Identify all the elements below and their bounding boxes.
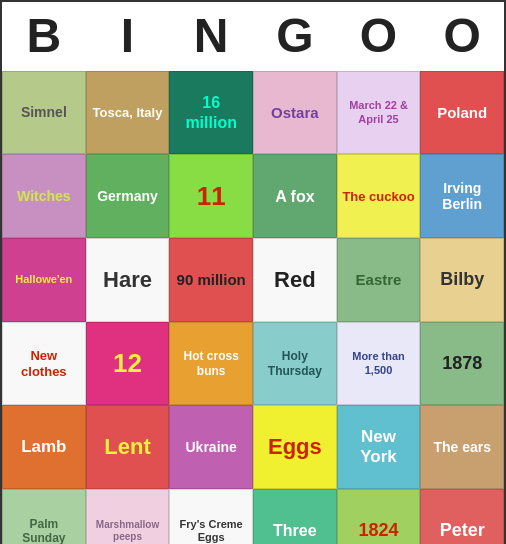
cell-13: Hare [86,238,170,322]
cell-29: The ears [420,405,504,489]
cell-7: Germany [86,154,170,238]
cell-31: Marshmallow peeps [86,489,170,544]
cell-16: Eastre [337,238,421,322]
cell-32: Fry's Creme Eggs [169,489,253,544]
cell-15: Red [253,238,337,322]
bingo-letter-i-1: I [86,2,170,71]
cell-28: New York [337,405,421,489]
bingo-letter-b-0: B [2,2,86,71]
bingo-letter-g-3: G [253,2,337,71]
cell-21: Holy Thursday [253,322,337,406]
cell-34: 1824 [337,489,421,544]
bingo-letter-o-4: O [337,2,421,71]
cell-35: Peter [420,489,504,544]
cell-0: Simnel [2,71,86,155]
bingo-header: BINGOO [2,2,504,71]
cell-1: Tosca, Italy [86,71,170,155]
cell-3: Ostara [253,71,337,155]
cell-33: Three [253,489,337,544]
bingo-letter-o-5: O [420,2,504,71]
cell-24: Lamb [2,405,86,489]
cell-12: Hallowe'en [2,238,86,322]
cell-23: 1878 [420,322,504,406]
cell-8: 11 [169,154,253,238]
bingo-card: BINGOO SimnelTosca, Italy16 millionOstar… [0,0,506,544]
cell-2: 16 million [169,71,253,155]
bingo-letter-n-2: N [169,2,253,71]
cell-14: 90 million [169,238,253,322]
cell-27: Eggs [253,405,337,489]
cell-5: Poland [420,71,504,155]
cell-25: Lent [86,405,170,489]
cell-10: The cuckoo [337,154,421,238]
cell-11: Irving Berlin [420,154,504,238]
cell-20: Hot cross buns [169,322,253,406]
cell-18: New clothes [2,322,86,406]
cell-9: A fox [253,154,337,238]
cell-4: March 22 & April 25 [337,71,421,155]
cell-17: Bilby [420,238,504,322]
cell-6: Witches [2,154,86,238]
bingo-grid: SimnelTosca, Italy16 millionOstaraMarch … [2,71,504,544]
cell-26: Ukraine [169,405,253,489]
cell-22: More than 1,500 [337,322,421,406]
cell-30: Palm Sunday [2,489,86,544]
cell-19: 12 [86,322,170,406]
